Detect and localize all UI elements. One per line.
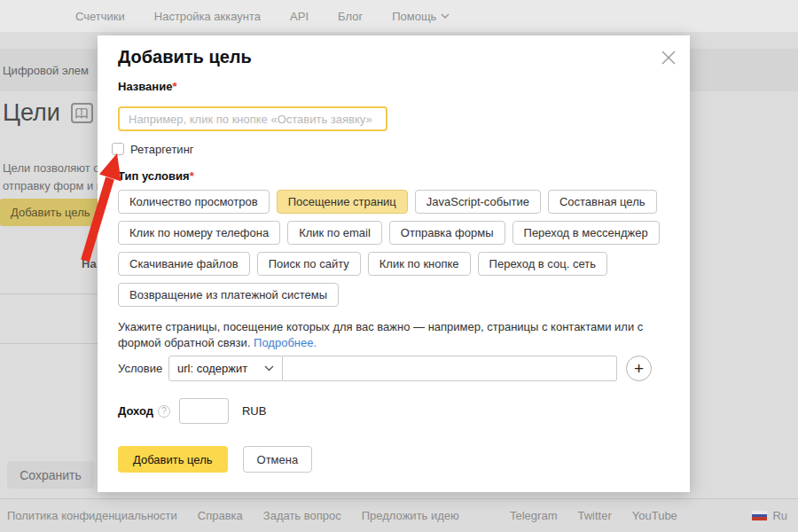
chip-row: Скачивание файловПоиск по сайтуКлик по к… bbox=[118, 252, 672, 276]
footer-links: Политика конфиденциальностиСправкаЗадать… bbox=[7, 509, 459, 522]
nav-item-2[interactable]: Настройка аккаунта bbox=[154, 10, 261, 23]
add-condition-button[interactable]: + bbox=[626, 356, 652, 381]
required-asterisk: * bbox=[190, 169, 194, 183]
condition-type-chip[interactable]: JavaScript-событие bbox=[415, 190, 541, 214]
help-icon[interactable]: ? bbox=[158, 405, 170, 418]
condition-value-input[interactable] bbox=[283, 356, 617, 381]
condition-label: Условие bbox=[118, 362, 168, 375]
background-table-header: На bbox=[82, 257, 97, 270]
condition-type-chip[interactable]: Переход в соц. сеть bbox=[478, 252, 607, 276]
language-switcher[interactable]: Ru bbox=[752, 509, 787, 522]
top-navigation: СчетчикиНастройка аккаунтаAPIБлогПомощь bbox=[0, 0, 798, 32]
background-section-label: Цифровой элем bbox=[3, 64, 89, 77]
modal-actions: Добавить цель Отмена bbox=[118, 446, 312, 473]
language-label: Ru bbox=[772, 509, 787, 522]
condition-type-chip[interactable]: Переход в мессенджер bbox=[512, 221, 660, 245]
add-goal-submit-button[interactable]: Добавить цель bbox=[118, 446, 228, 473]
chip-row: Количество просмотровПосещение страницJa… bbox=[118, 190, 672, 214]
name-label-text: Название bbox=[118, 80, 172, 93]
retargeting-label[interactable]: Ретаргетинг bbox=[130, 143, 194, 156]
background-table-divider bbox=[0, 293, 98, 294]
footer-social-links: TelegramTwitterYouTube bbox=[510, 509, 677, 522]
condition-type-chip[interactable]: Возвращение из платежной системы bbox=[118, 283, 339, 307]
condition-type-chip[interactable]: Посещение страниц bbox=[277, 190, 408, 214]
required-asterisk: * bbox=[172, 80, 176, 93]
chevron-down-icon bbox=[264, 365, 274, 372]
nav-item-label: Настройка аккаунта bbox=[154, 10, 261, 23]
page-title: Цели bbox=[3, 99, 60, 127]
background-table-divider bbox=[0, 343, 98, 344]
nav-item-label: API bbox=[290, 10, 309, 23]
background-intro-line1: Цели позволяют от bbox=[3, 160, 105, 177]
footer-link[interactable]: Предложить идею bbox=[362, 509, 459, 522]
condition-type-chip[interactable]: Составная цель bbox=[548, 190, 657, 214]
condition-type-label: Тип условия* bbox=[118, 169, 194, 183]
background-title-row: Цели bbox=[3, 99, 93, 127]
nav-item-5[interactable]: Помощь bbox=[392, 10, 450, 23]
chip-row: Клик по номеру телефонаКлик по emailОтпр… bbox=[118, 221, 672, 245]
condition-type-chip[interactable]: Количество просмотров bbox=[118, 190, 270, 214]
condition-type-chip[interactable]: Скачивание файлов bbox=[118, 252, 250, 276]
condition-type-chip[interactable]: Клик по email bbox=[287, 221, 382, 245]
nav-item-label: Блог bbox=[338, 10, 363, 23]
condition-type-chip[interactable]: Клик по номеру телефона bbox=[118, 221, 280, 245]
goal-name-input[interactable] bbox=[118, 106, 387, 131]
condition-type-chip[interactable]: Отправка формы bbox=[389, 221, 505, 245]
footer: Политика конфиденциальностиСправкаЗадать… bbox=[0, 498, 798, 532]
retargeting-checkbox[interactable] bbox=[112, 143, 124, 155]
footer-link[interactable]: Справка bbox=[198, 509, 243, 522]
goals-book-icon[interactable] bbox=[71, 103, 93, 123]
nav-item-label: Помощь bbox=[392, 10, 436, 23]
background-add-goal-button[interactable]: Добавить цель bbox=[0, 199, 101, 226]
condition-operator-value: url: содержит bbox=[177, 362, 247, 375]
footer-link[interactable]: Политика конфиденциальности bbox=[7, 509, 177, 522]
hint-text-body: Укажите страницы, посещение которых для … bbox=[118, 320, 643, 349]
background-intro-line2: отправку форм и м bbox=[3, 177, 105, 195]
add-goal-modal: Добавить цель Название* Ретаргетинг Тип … bbox=[98, 35, 690, 492]
nav-item-4[interactable]: Блог bbox=[338, 10, 363, 23]
footer-social-link[interactable]: YouTube bbox=[632, 509, 677, 522]
nav-item-3[interactable]: API bbox=[290, 10, 309, 23]
cancel-button[interactable]: Отмена bbox=[243, 446, 313, 473]
more-link[interactable]: Подробнее. bbox=[254, 336, 317, 349]
save-button[interactable]: Сохранить bbox=[7, 461, 94, 489]
condition-type-chip[interactable]: Клик по кнопке bbox=[368, 252, 471, 276]
condition-operator-select[interactable]: url: содержит bbox=[168, 356, 283, 381]
name-field-label: Название* bbox=[118, 80, 176, 93]
modal-title: Добавить цель bbox=[118, 47, 252, 67]
nav-item-1[interactable]: Счетчики bbox=[75, 10, 125, 23]
footer-social-link[interactable]: Twitter bbox=[577, 509, 611, 522]
close-icon[interactable] bbox=[661, 50, 677, 66]
revenue-input[interactable] bbox=[179, 398, 229, 424]
footer-social-link[interactable]: Telegram bbox=[510, 509, 557, 522]
condition-type-chips: Количество просмотровПосещение страницJa… bbox=[118, 190, 672, 314]
background-intro-text: Цели позволяют от отправку форм и м bbox=[3, 160, 105, 195]
chip-row: Возвращение из платежной системы bbox=[118, 283, 672, 307]
condition-type-label-text: Тип условия bbox=[118, 169, 190, 183]
currency-label: RUB bbox=[242, 404, 266, 418]
condition-type-chip[interactable]: Поиск по сайту bbox=[257, 252, 361, 276]
nav-item-label: Счетчики bbox=[75, 10, 125, 23]
revenue-row: Доход ? RUB bbox=[118, 398, 266, 424]
footer-link[interactable]: Задать вопрос bbox=[263, 509, 341, 522]
hint-text: Укажите страницы, посещение которых для … bbox=[118, 319, 682, 351]
condition-row: Условие url: содержит + bbox=[118, 356, 652, 381]
revenue-label: Доход bbox=[118, 404, 153, 418]
chevron-down-icon bbox=[441, 13, 450, 19]
russia-flag-icon bbox=[752, 511, 767, 520]
